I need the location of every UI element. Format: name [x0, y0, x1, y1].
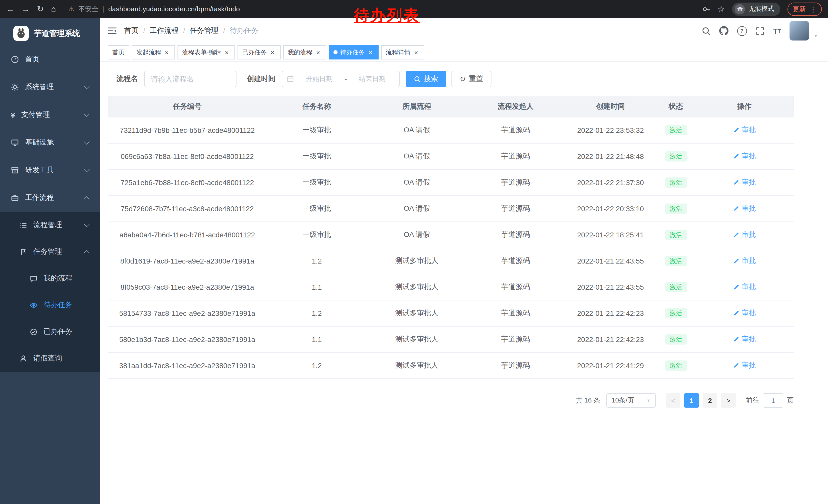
approve-link[interactable]: 审批: [733, 309, 756, 318]
approve-link[interactable]: 审批: [733, 204, 756, 213]
sidebar-item-infrastructure[interactable]: 基础设施: [0, 129, 100, 156]
cell-task-name: 1.2: [267, 300, 367, 326]
next-page-button[interactable]: >: [721, 393, 736, 408]
sidebar-item-done-tasks[interactable]: 已办任务: [0, 318, 100, 345]
cell-process: OA 请假: [367, 143, 467, 170]
prev-page-button[interactable]: <: [666, 393, 680, 408]
page-unit-label: 页: [787, 396, 794, 405]
avatar[interactable]: [790, 21, 809, 41]
search-icon[interactable]: [702, 27, 710, 35]
security-label[interactable]: 不安全: [78, 4, 98, 13]
tab-process-form-edit[interactable]: 流程表单-编辑 ×: [177, 45, 235, 59]
close-icon[interactable]: ×: [223, 49, 230, 56]
goto-page-input[interactable]: [763, 393, 783, 408]
screen: ← → ↻ ⌂ ⚠ 不安全 | dashboard.yudao.iocoder.…: [0, 0, 828, 504]
cell-starter: 芋道源码: [467, 143, 564, 170]
chat-icon: [30, 275, 37, 282]
url-text[interactable]: dashboard.yudao.iocoder.cn/bpm/task/todo: [108, 5, 240, 13]
address-bar[interactable]: ⚠ 不安全 | dashboard.yudao.iocoder.cn/bpm/t…: [68, 4, 240, 13]
reload-icon[interactable]: ↻: [37, 5, 44, 13]
approve-link[interactable]: 审批: [733, 152, 756, 161]
task-table: 任务编号 任务名称 所属流程 流程发起人 创建时间 状态 操作: [108, 96, 794, 379]
approve-link-label: 审批: [742, 335, 756, 344]
table-row: 381aa1dd-7ac8-11ec-a9e2-a2380e71991a 1.2…: [108, 353, 794, 379]
approve-link[interactable]: 审批: [733, 230, 756, 239]
browser-menu-icon[interactable]: ⋮: [810, 5, 817, 13]
approve-link[interactable]: 审批: [733, 335, 756, 344]
chevron-down-icon: [84, 83, 90, 89]
sidebar-item-task-management[interactable]: 任务管理: [0, 238, 100, 265]
tab-my-processes[interactable]: 我的流程 ×: [283, 45, 326, 59]
sidebar-item-workflow[interactable]: 工作流程: [0, 184, 100, 212]
breadcrumb-task-management[interactable]: 任务管理: [190, 26, 218, 35]
app-logo[interactable]: 芋道管理系统: [0, 18, 100, 46]
update-button[interactable]: 更新 ⋮: [787, 2, 822, 16]
back-icon[interactable]: ←: [6, 5, 14, 13]
table-row: 069c6a63-7b8a-11ec-8ef0-acde48001122 一级审…: [108, 143, 794, 170]
close-icon[interactable]: ×: [269, 49, 276, 56]
sidebar-item-leave-query[interactable]: 请假查询: [0, 345, 100, 372]
cell-process: OA 请假: [367, 196, 467, 222]
reset-button[interactable]: ↻ 重置: [451, 71, 491, 87]
gear-icon: [11, 83, 19, 91]
status-badge: 激活: [665, 203, 687, 214]
chevron-down-icon: ▼: [647, 398, 651, 403]
app-title: 芋道管理系统: [34, 29, 80, 38]
table-row: 75d72608-7b7f-11ec-a3c8-acde48001122 一级审…: [108, 196, 794, 222]
breadcrumb-workflow[interactable]: 工作流程: [150, 26, 178, 35]
close-icon[interactable]: ×: [412, 49, 420, 56]
dashboard-icon: [11, 55, 19, 63]
cell-starter: 芋道源码: [467, 353, 564, 379]
tab-home[interactable]: 首页: [108, 45, 129, 59]
cell-task-id: 75d72608-7b7f-11ec-a3c8-acde48001122: [108, 196, 267, 222]
avatar-caret-icon[interactable]: ▼: [814, 34, 818, 39]
table-row: 8f0d1619-7ac8-11ec-a9e2-a2380e71991a 1.2…: [108, 248, 794, 274]
home-icon[interactable]: ⌂: [51, 5, 56, 13]
sidebar-item-devtools[interactable]: 研发工具: [0, 156, 100, 184]
tab-start-process[interactable]: 发起流程 ×: [132, 45, 175, 59]
github-icon[interactable]: [719, 26, 729, 35]
page-button-2[interactable]: 2: [703, 393, 717, 408]
tab-done-tasks[interactable]: 已办任务 ×: [238, 45, 281, 59]
date-range-picker[interactable]: 开始日期 - 结束日期: [282, 71, 400, 87]
approve-link[interactable]: 审批: [733, 178, 756, 187]
start-date-placeholder[interactable]: 开始日期: [297, 74, 342, 84]
close-icon[interactable]: ×: [315, 49, 322, 56]
cell-starter: 芋道源码: [467, 248, 564, 274]
sidebar-item-payment[interactable]: ¥ 支付管理: [0, 101, 100, 129]
approve-link[interactable]: 审批: [733, 282, 756, 292]
approve-link[interactable]: 审批: [733, 126, 756, 135]
sidebar-item-my-processes[interactable]: 我的流程: [0, 265, 100, 292]
tab-todo-tasks[interactable]: 待办任务 ×: [329, 45, 379, 59]
font-size-icon[interactable]: TT: [773, 27, 781, 35]
cell-task-id: 725a1eb6-7b88-11ec-8ef0-acde48001122: [108, 170, 267, 196]
page-button-1[interactable]: 1: [685, 393, 699, 408]
search-button[interactable]: 搜索: [406, 71, 446, 87]
bookmark-star-icon[interactable]: ☆: [717, 5, 725, 13]
end-date-placeholder[interactable]: 结束日期: [350, 74, 395, 84]
create-time-label: 创建时间: [247, 74, 276, 84]
sidebar-item-label: 待办任务: [44, 301, 72, 310]
approve-link[interactable]: 审批: [733, 361, 756, 370]
approve-link[interactable]: 审批: [733, 256, 756, 266]
sidebar-item-todo-tasks[interactable]: 待办任务: [0, 292, 100, 318]
help-icon[interactable]: ?: [737, 26, 747, 36]
sidebar-item-system[interactable]: 系统管理: [0, 73, 100, 101]
sidebar-toggle-icon[interactable]: [108, 27, 117, 35]
close-icon[interactable]: ×: [367, 49, 374, 56]
sidebar-item-process-management[interactable]: 流程管理: [0, 212, 100, 238]
page-size-select[interactable]: 10条/页 ▼: [606, 393, 656, 408]
forward-icon[interactable]: →: [22, 5, 30, 13]
sidebar-item-label: 我的流程: [44, 274, 72, 283]
breadcrumb-home[interactable]: 首页: [124, 26, 138, 35]
close-icon[interactable]: ×: [163, 49, 170, 56]
tab-process-detail[interactable]: 流程详情 ×: [381, 45, 424, 59]
tab-label: 流程详情: [386, 48, 410, 57]
fullscreen-icon[interactable]: [756, 27, 764, 35]
logo-image: [13, 26, 29, 41]
cell-task-id: 73211d9d-7b9b-11ec-b5b7-acde48001122: [108, 117, 267, 143]
approve-link-label: 审批: [742, 282, 756, 292]
process-name-input[interactable]: [144, 71, 237, 87]
key-icon[interactable]: [702, 5, 710, 13]
sidebar-item-home[interactable]: 首页: [0, 46, 100, 73]
